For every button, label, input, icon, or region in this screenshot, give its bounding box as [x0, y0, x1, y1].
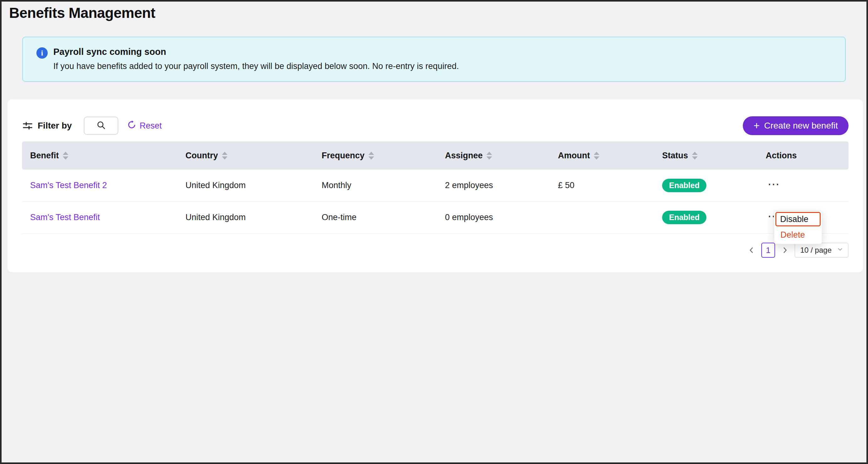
row-actions-button[interactable]: ⋯ — [766, 181, 781, 187]
frequency-cell: Monthly — [322, 180, 445, 190]
create-new-benefit-button[interactable]: + Create new benefit — [743, 116, 848, 135]
column-header-amount[interactable]: Amount — [558, 151, 662, 161]
column-label: Benefit — [30, 151, 59, 161]
reset-label: Reset — [140, 121, 162, 131]
search-icon — [96, 120, 106, 131]
assignee-cell: 0 employees — [445, 212, 558, 222]
column-label: Assignee — [445, 151, 483, 161]
benefit-link[interactable]: Sam's Test Benefit 2 — [30, 180, 107, 190]
country-cell: United Kingdom — [185, 180, 322, 190]
frequency-cell: One-time — [322, 212, 445, 222]
page-number-button[interactable]: 1 — [761, 243, 775, 258]
plus-icon: + — [753, 120, 760, 131]
amount-cell: £ 50 — [558, 180, 662, 190]
sort-icon — [368, 152, 374, 160]
banner-title: Payroll sync coming soon — [53, 47, 459, 57]
table-row: Sam's Test Benefit 2 United Kingdom Mont… — [22, 170, 848, 202]
sort-icon — [63, 152, 68, 160]
pagination: 1 10 / page — [22, 242, 848, 258]
column-header-actions: Actions — [766, 151, 848, 161]
page-size-select[interactable]: 10 / page — [795, 243, 848, 258]
actions-menu: Disable Delete — [774, 210, 822, 244]
sort-icon — [487, 152, 492, 160]
reset-icon — [127, 120, 136, 132]
chevron-down-icon — [837, 246, 843, 255]
filter-icon — [22, 120, 33, 131]
page-title: Benefits Management — [9, 4, 866, 22]
table-header-row: Benefit Country Frequency Assignee Amoun… — [22, 141, 848, 170]
column-label: Status — [662, 151, 688, 161]
reset-button[interactable]: Reset — [127, 120, 162, 132]
menu-item-disable[interactable]: Disable — [775, 212, 820, 226]
sort-icon — [594, 152, 599, 160]
status-badge: Enabled — [662, 211, 706, 225]
table-row: Sam's Test Benefit United Kingdom One-ti… — [22, 202, 848, 234]
banner-text: Payroll sync coming soon If you have ben… — [53, 47, 459, 71]
benefit-link[interactable]: Sam's Test Benefit — [30, 212, 100, 222]
column-header-status[interactable]: Status — [662, 151, 766, 161]
actions-cell: ⋯ — [766, 180, 848, 190]
column-header-frequency[interactable]: Frequency — [322, 151, 445, 161]
column-header-benefit[interactable]: Benefit — [22, 151, 185, 161]
column-label: Country — [185, 151, 218, 161]
column-label: Actions — [766, 151, 797, 161]
benefit-cell: Sam's Test Benefit 2 — [22, 180, 185, 190]
sort-icon — [692, 152, 698, 160]
column-header-country[interactable]: Country — [185, 151, 322, 161]
sort-icon — [222, 152, 227, 160]
country-cell: United Kingdom — [185, 212, 322, 222]
benefits-table: Benefit Country Frequency Assignee Amoun… — [22, 141, 848, 234]
column-header-assignee[interactable]: Assignee — [445, 151, 558, 161]
info-banner: i Payroll sync coming soon If you have b… — [22, 37, 846, 82]
column-label: Amount — [558, 151, 590, 161]
status-cell: Enabled — [662, 211, 766, 225]
benefits-card: Filter by Reset + C — [7, 99, 863, 272]
menu-item-delete[interactable]: Delete — [775, 227, 820, 243]
banner-body: If you have benefits added to your payro… — [53, 61, 459, 71]
column-label: Frequency — [322, 151, 365, 161]
toolbar: Filter by Reset + C — [22, 99, 848, 135]
assignee-cell: 2 employees — [445, 180, 558, 190]
status-badge: Enabled — [662, 179, 706, 193]
status-cell: Enabled — [662, 179, 766, 193]
search-input[interactable] — [84, 117, 118, 135]
page-size-value: 10 / page — [800, 246, 832, 255]
create-new-benefit-label: Create new benefit — [764, 121, 838, 131]
next-page-button[interactable] — [779, 245, 790, 256]
filter-by-label: Filter by — [38, 121, 72, 131]
previous-page-button[interactable] — [746, 245, 757, 256]
benefit-cell: Sam's Test Benefit — [22, 212, 185, 222]
info-icon: i — [36, 47, 48, 59]
benefits-management-page: Benefits Management i Payroll sync comin… — [0, 0, 868, 464]
